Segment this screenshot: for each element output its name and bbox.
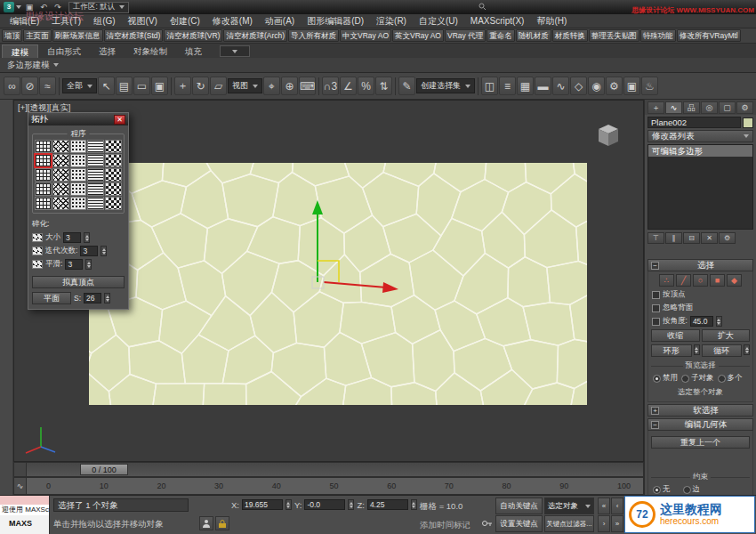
open-mini-curve-editor-icon[interactable]: ∿: [14, 478, 27, 494]
script-toolbar-button[interactable]: 导入所有材质: [288, 29, 339, 42]
preview-radio[interactable]: 禁用: [653, 373, 678, 384]
time-slider-track[interactable]: 0 / 100: [27, 463, 643, 476]
script-toolbar-button[interactable]: 主页面: [23, 29, 52, 42]
planar-button[interactable]: 平面: [32, 292, 71, 304]
ribbon-toggle-icon[interactable]: ▬: [535, 77, 551, 95]
ribbon-tab[interactable]: 建模: [2, 44, 38, 58]
utilities-tab-icon[interactable]: ⚙: [736, 101, 753, 114]
configure-modifier-sets-icon[interactable]: ⚙: [719, 232, 736, 244]
select-and-scale-icon[interactable]: ▱: [210, 77, 227, 95]
object-name-field[interactable]: Plane002: [647, 117, 741, 128]
schematic-view-icon[interactable]: ◇: [570, 77, 587, 95]
topology-pattern-button-7[interactable]: [52, 154, 69, 167]
spinner-control[interactable]: [84, 232, 90, 243]
spinner-control[interactable]: [348, 499, 354, 510]
lock-selection-toggle[interactable]: [215, 516, 229, 530]
y-coordinate-field[interactable]: -0.0: [304, 499, 345, 510]
constraint-radio[interactable]: 无: [653, 484, 671, 495]
show-end-result-icon[interactable]: ∥: [665, 232, 682, 244]
grow-button[interactable]: 扩大: [702, 329, 751, 342]
shrink-button[interactable]: 收缩: [651, 329, 700, 342]
menu-item[interactable]: 图形编辑器(D): [301, 14, 370, 28]
curve-editor-icon[interactable]: ∿: [552, 77, 569, 95]
menu-item[interactable]: 视图(V): [122, 14, 164, 28]
motion-tab-icon[interactable]: ◎: [701, 101, 718, 114]
listener-line-2[interactable]: MAXS: [0, 515, 49, 534]
topology-pattern-button-19[interactable]: [87, 182, 104, 196]
select-and-move-icon[interactable]: ＋: [174, 77, 191, 95]
object-color-swatch[interactable]: [743, 117, 753, 128]
by-angle-checkbox[interactable]: [652, 318, 660, 326]
viewcube[interactable]: [593, 122, 623, 149]
topology-pattern-button-14[interactable]: [87, 168, 104, 182]
script-toolbar-button[interactable]: 英文VRay AO: [392, 29, 444, 42]
close-icon[interactable]: ✕: [114, 115, 125, 125]
vertex-subobject-icon[interactable]: ∴: [659, 274, 674, 287]
mirror-icon[interactable]: ◫: [481, 77, 498, 95]
topology-pattern-button-20[interactable]: [105, 182, 122, 196]
script-toolbar-button[interactable]: VRay 代理: [445, 29, 486, 42]
topology-pattern-button-23[interactable]: [70, 197, 87, 210]
go-to-start-button[interactable]: «: [598, 498, 610, 514]
constraint-radio[interactable]: 边: [683, 484, 701, 495]
topology-pattern-button-13[interactable]: [70, 168, 87, 182]
repeat-last-button[interactable]: 重复上一个: [651, 436, 750, 449]
unlink-selection-icon[interactable]: ⊘: [21, 77, 38, 95]
spinner-control[interactable]: [744, 344, 750, 355]
script-toolbar-button[interactable]: 整理丢失贴图: [589, 29, 639, 42]
topology-pattern-button-16[interactable]: [35, 182, 52, 196]
z-coordinate-field[interactable]: 4.25: [367, 499, 408, 510]
material-editor-icon[interactable]: ◉: [588, 77, 605, 95]
modify-tab-icon[interactable]: ∿: [665, 101, 682, 114]
topology-pattern-button-22[interactable]: [52, 197, 69, 210]
spinner-control[interactable]: [101, 246, 107, 256]
menu-item[interactable]: MAXScript(X): [464, 14, 531, 28]
element-subobject-icon[interactable]: ◆: [727, 274, 742, 287]
angle-snap-icon[interactable]: ∠: [340, 77, 357, 95]
angle-value-field[interactable]: 45.0: [690, 316, 713, 327]
polygon-subobject-icon[interactable]: ■: [710, 274, 725, 287]
perspective-viewport[interactable]: [+][透视][真实]: [13, 100, 644, 462]
menu-item[interactable]: 创建(C): [164, 14, 206, 28]
menu-item[interactable]: 修改器(M): [206, 14, 259, 28]
script-toolbar-button[interactable]: 特殊功能: [640, 29, 676, 42]
topology-pattern-button-6[interactable]: [35, 154, 52, 167]
render-setup-icon[interactable]: ⚙: [606, 77, 623, 95]
set-key-button[interactable]: 设置关键点: [495, 515, 543, 532]
script-toolbar-button[interactable]: 墙顶: [2, 29, 22, 42]
hierarchy-tab-icon[interactable]: 品: [683, 101, 700, 114]
align-icon[interactable]: ≡: [499, 77, 516, 95]
maxscript-mini-listener[interactable]: 迎使用 MAXSc MAXS: [0, 496, 50, 534]
topology-pattern-button-5[interactable]: [105, 140, 122, 153]
param-value-field[interactable]: 3: [63, 232, 81, 243]
time-slider-left-button[interactable]: [14, 463, 27, 476]
next-frame-button[interactable]: ›: [598, 515, 610, 532]
selected-objects-dropdown[interactable]: 选定对象: [544, 498, 594, 514]
menu-item[interactable]: 自定义(U): [413, 14, 464, 28]
topology-pattern-button-9[interactable]: [87, 154, 104, 167]
frame-ruler[interactable]: 0102030405060708090100: [27, 481, 643, 490]
select-by-name-icon[interactable]: ▤: [116, 77, 133, 95]
menu-item[interactable]: 帮助(H): [530, 14, 573, 28]
ribbon-collapsed-row[interactable]: 多边形建模: [0, 58, 756, 73]
snap-toggle-3d-icon[interactable]: ∩3: [322, 77, 339, 95]
topology-pattern-button-25[interactable]: [105, 197, 122, 210]
preview-radio[interactable]: 多个: [718, 373, 743, 384]
topology-pattern-button-21[interactable]: [35, 197, 52, 210]
spinner-snap-icon[interactable]: ⇅: [375, 77, 392, 95]
edit-geometry-rollout-header[interactable]: − 编辑几何体: [647, 418, 753, 431]
move-gizmo[interactable]: [263, 190, 414, 305]
spinner-control[interactable]: [104, 293, 110, 303]
ribbon-tab[interactable]: 自由形式: [38, 44, 90, 58]
topology-pattern-button-10[interactable]: [105, 154, 122, 167]
rectangular-selection-region-icon[interactable]: ▭: [133, 77, 150, 95]
key-filters-button[interactable]: 关键点过滤器...: [544, 515, 594, 532]
remove-modifier-icon[interactable]: ✕: [701, 232, 718, 244]
preview-radio[interactable]: 子对象: [681, 373, 714, 384]
macro-recorder-line[interactable]: [0, 496, 49, 505]
topology-pattern-button-12[interactable]: [52, 168, 69, 182]
select-and-rotate-icon[interactable]: ↻: [192, 77, 209, 95]
script-toolbar-button[interactable]: 重命名: [487, 29, 515, 42]
x-coordinate-field[interactable]: 19.655: [242, 499, 283, 510]
script-toolbar-button[interactable]: 中文VRay AO: [340, 29, 391, 42]
